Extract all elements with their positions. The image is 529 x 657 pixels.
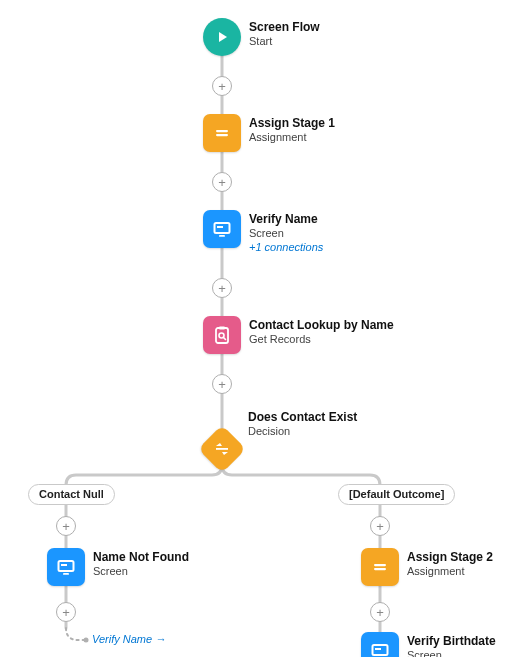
svg-rect-16 (63, 573, 69, 575)
add-element-button[interactable]: + (212, 278, 232, 298)
node-subtitle: Screen (407, 649, 496, 657)
node-decision[interactable] (205, 432, 239, 466)
outcome-label-left[interactable]: Contact Null (28, 484, 115, 505)
node-title: Verify Name (249, 212, 323, 227)
play-icon (203, 18, 241, 56)
node-labels: Contact Lookup by Name Get Records (249, 316, 394, 347)
node-title: Assign Stage 1 (249, 116, 335, 131)
svg-rect-8 (219, 235, 225, 237)
outcome-label-right[interactable]: [Default Outcome] (338, 484, 455, 505)
node-contact-lookup[interactable]: Contact Lookup by Name Get Records (203, 316, 394, 354)
node-title: Contact Lookup by Name (249, 318, 394, 333)
add-element-button[interactable]: + (370, 602, 390, 622)
add-element-button[interactable]: + (212, 374, 232, 394)
node-labels: Assign Stage 2 Assignment (407, 548, 493, 579)
node-subtitle: Assignment (407, 565, 493, 579)
node-decision-labels: Does Contact Exist Decision (248, 408, 357, 439)
node-verify-birthdate[interactable]: Verify Birthdate Screen (361, 632, 496, 657)
svg-rect-15 (61, 564, 67, 566)
decision-icon (198, 425, 246, 473)
node-assign-stage-1[interactable]: Assign Stage 1 Assignment (203, 114, 335, 152)
node-extra-connections[interactable]: +1 connections (249, 241, 323, 255)
assignment-icon (361, 548, 399, 586)
svg-rect-4 (216, 130, 228, 132)
svg-point-3 (84, 638, 89, 643)
node-title: Name Not Found (93, 550, 189, 565)
node-start[interactable]: Screen Flow Start (203, 18, 320, 56)
node-title: Screen Flow (249, 20, 320, 35)
svg-rect-9 (216, 328, 228, 343)
node-subtitle: Assignment (249, 131, 335, 145)
flow-canvas: + + + + + + + + Contact Null [Default Ou… (0, 0, 529, 657)
add-element-button[interactable]: + (56, 602, 76, 622)
goto-verify-name[interactable]: Verify Name → (92, 633, 166, 645)
assignment-icon (203, 114, 241, 152)
node-subtitle: Screen (249, 227, 323, 241)
node-labels: Verify Name Screen +1 connections (249, 210, 323, 255)
node-title: Does Contact Exist (248, 410, 357, 425)
screen-icon (47, 548, 85, 586)
add-element-button[interactable]: + (212, 172, 232, 192)
svg-rect-20 (375, 648, 381, 650)
svg-line-12 (223, 337, 225, 339)
node-labels: Name Not Found Screen (93, 548, 189, 579)
node-subtitle: Start (249, 35, 320, 49)
node-title: Verify Birthdate (407, 634, 496, 649)
svg-rect-10 (219, 327, 225, 330)
svg-rect-5 (216, 134, 228, 136)
svg-rect-18 (374, 568, 386, 570)
svg-rect-13 (216, 448, 228, 450)
add-element-button[interactable]: + (212, 76, 232, 96)
svg-rect-7 (217, 226, 223, 228)
node-title: Assign Stage 2 (407, 550, 493, 565)
node-verify-name[interactable]: Verify Name Screen +1 connections (203, 210, 323, 255)
get-records-icon (203, 316, 241, 354)
node-labels: Verify Birthdate Screen (407, 632, 496, 657)
svg-rect-17 (374, 564, 386, 566)
add-element-button[interactable]: + (370, 516, 390, 536)
screen-icon (361, 632, 399, 657)
add-element-button[interactable]: + (56, 516, 76, 536)
node-subtitle: Decision (248, 425, 357, 439)
node-subtitle: Get Records (249, 333, 394, 347)
node-labels: Assign Stage 1 Assignment (249, 114, 335, 145)
node-name-not-found[interactable]: Name Not Found Screen (47, 548, 189, 586)
node-assign-stage-2[interactable]: Assign Stage 2 Assignment (361, 548, 493, 586)
node-labels: Does Contact Exist Decision (248, 408, 357, 439)
node-subtitle: Screen (93, 565, 189, 579)
screen-icon (203, 210, 241, 248)
node-labels: Screen Flow Start (249, 18, 320, 49)
